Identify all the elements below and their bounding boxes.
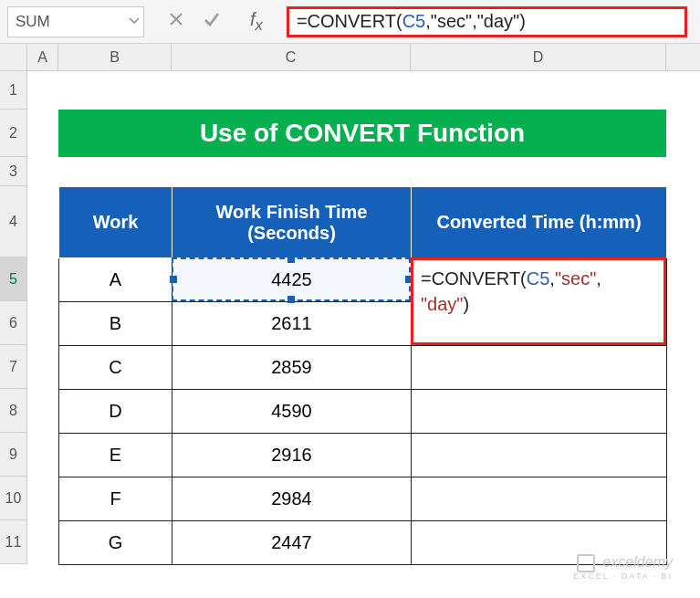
editor-prefix: = xyxy=(421,268,432,289)
cell-converted[interactable] xyxy=(412,434,667,477)
formula-action-icons: fx xyxy=(151,9,279,35)
table-row: F 2984 xyxy=(59,477,667,521)
header-finish: Work Finish Time (Seconds) xyxy=(172,187,412,258)
row-header-10[interactable]: 10 xyxy=(0,477,27,520)
cell-work[interactable]: D xyxy=(59,390,172,434)
sheet-body: A B C D Use of CONVERT Function Work Wor… xyxy=(27,44,700,598)
editor-ref: C5 xyxy=(527,268,550,289)
cell-converted[interactable] xyxy=(412,346,667,390)
column-headers: A B C D xyxy=(27,44,700,71)
formula-arg3: "day" xyxy=(477,11,519,32)
formula-prefix: = xyxy=(297,11,308,32)
row-header-3[interactable]: 3 xyxy=(0,157,27,186)
formula-ref: C5 xyxy=(402,11,426,32)
editor-arg3: "day" xyxy=(421,294,463,314)
cell-work[interactable]: A xyxy=(59,258,172,302)
header-work: Work xyxy=(59,187,172,258)
cell-seconds[interactable]: 2447 xyxy=(172,521,412,565)
cell-converted[interactable] xyxy=(412,390,667,434)
data-table: Work Work Finish Time (Seconds) Converte… xyxy=(58,186,667,565)
formula-bar[interactable]: =CONVERT(C5,"sec","day") xyxy=(287,6,687,37)
select-all-corner[interactable] xyxy=(0,44,27,71)
cell-seconds[interactable]: 2611 xyxy=(172,302,412,346)
table-row: D 4590 xyxy=(59,390,667,434)
col-header-D[interactable]: D xyxy=(411,44,666,70)
row-header-6[interactable]: 6 xyxy=(0,301,27,345)
formula-ribbon: SUM fx =CONVERT(C5,"sec","day") xyxy=(0,0,700,44)
row-header-4[interactable]: 4 xyxy=(0,186,27,257)
table-header-row: Work Work Finish Time (Seconds) Converte… xyxy=(59,187,667,258)
watermark: exceldemy EXCEL · DATA · BI xyxy=(573,554,673,582)
row-header-1[interactable]: 1 xyxy=(0,71,27,110)
editor-open: ( xyxy=(520,268,527,289)
table-row: E 2916 xyxy=(59,434,667,477)
editor-arg2: "sec" xyxy=(555,268,596,289)
cell-seconds[interactable]: 4425 xyxy=(172,258,412,302)
spreadsheet-grid: 1 2 3 4 5 6 7 8 9 10 11 A B C D Use of C… xyxy=(0,44,700,598)
editor-sep2: , xyxy=(596,268,601,289)
cell-seconds[interactable]: 2916 xyxy=(172,434,412,477)
cell-work[interactable]: B xyxy=(59,302,172,346)
row-header-2[interactable]: 2 xyxy=(0,110,27,157)
formula-func: CONVERT xyxy=(308,11,396,32)
fx-icon[interactable]: fx xyxy=(250,9,263,35)
row-header-5[interactable]: 5 xyxy=(0,257,27,301)
title-banner: Use of CONVERT Function xyxy=(58,110,666,157)
cell-work[interactable]: C xyxy=(59,346,172,390)
watermark-tagline: EXCEL · DATA · BI xyxy=(573,572,673,582)
watermark-icon xyxy=(577,554,595,572)
row-header-8[interactable]: 8 xyxy=(0,389,27,433)
editor-close: ) xyxy=(463,294,469,314)
row-header-column: 1 2 3 4 5 6 7 8 9 10 11 xyxy=(0,44,27,598)
col-header-C[interactable]: C xyxy=(172,44,411,70)
cell-work[interactable]: G xyxy=(59,521,172,565)
cell-inline-editor[interactable]: =CONVERT(C5,"sec","day") xyxy=(411,257,666,345)
enter-icon[interactable] xyxy=(203,10,221,33)
cell-converted[interactable] xyxy=(412,477,667,521)
header-converted: Converted Time (h:mm) xyxy=(412,187,667,258)
name-box-value: SUM xyxy=(16,13,50,31)
formula-close: ) xyxy=(519,11,526,32)
formula-arg2: "sec" xyxy=(431,11,472,32)
row-header-7[interactable]: 7 xyxy=(0,345,27,389)
cell-work[interactable]: E xyxy=(59,434,172,477)
formula-open: ( xyxy=(396,11,402,32)
cell-work[interactable]: F xyxy=(59,477,172,521)
col-header-B[interactable]: B xyxy=(58,44,172,70)
col-header-A[interactable]: A xyxy=(27,44,58,70)
watermark-brand: exceldemy xyxy=(603,554,673,570)
row-header-9[interactable]: 9 xyxy=(0,433,27,477)
cell-seconds[interactable]: 2984 xyxy=(172,477,412,521)
row-header-11[interactable]: 11 xyxy=(0,520,27,564)
table-row: C 2859 xyxy=(59,346,667,390)
cancel-icon[interactable] xyxy=(168,11,184,32)
chevron-down-icon[interactable] xyxy=(129,13,140,31)
cell-seconds[interactable]: 4590 xyxy=(172,390,412,434)
editor-func: CONVERT xyxy=(432,268,520,289)
name-box[interactable]: SUM xyxy=(7,6,144,37)
cell-seconds[interactable]: 2859 xyxy=(172,346,412,390)
